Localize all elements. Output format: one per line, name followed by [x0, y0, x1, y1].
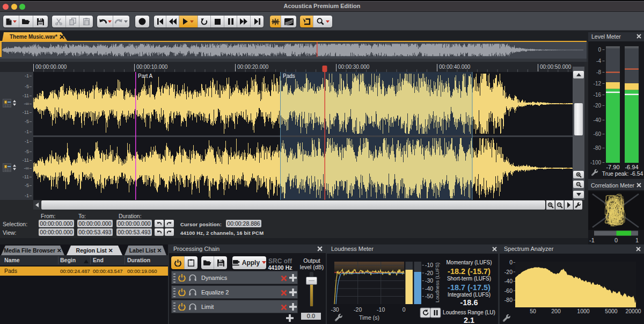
svg-text:Correlation Meter: Correlation Meter: [591, 182, 635, 189]
svg-text:-40: -40: [425, 285, 433, 292]
svg-text:0: 0: [509, 259, 513, 265]
svg-text:00:00:30.000: 00:00:30.000: [338, 64, 370, 70]
svg-text:-16: -16: [594, 92, 602, 98]
svg-text:-80: -80: [504, 297, 513, 303]
svg-text:Integrated (LUFS): Integrated (LUFS): [448, 292, 491, 298]
svg-text:20000: 20000: [625, 308, 641, 314]
svg-text:00:00:50.000: 00:00:50.000: [540, 64, 572, 70]
svg-text:-20: -20: [594, 103, 602, 109]
svg-text:Short-term (LUFS): Short-term (LUFS): [447, 276, 491, 282]
svg-text:True peak: -6.54: True peak: -6.54: [602, 170, 643, 177]
svg-text:-18.2 (-15.7): -18.2 (-15.7): [448, 267, 491, 276]
svg-text:-20: -20: [354, 306, 362, 313]
svg-text:00:00:20.000: 00:00:20.000: [237, 64, 269, 70]
svg-text:-50: -50: [425, 293, 433, 299]
svg-text:-60: -60: [594, 131, 602, 137]
svg-text:0: 0: [614, 237, 618, 243]
svg-text:1000: 1000: [577, 308, 590, 314]
svg-text:00:00:10.000: 00:00:10.000: [136, 64, 168, 70]
svg-text:-7.90: -7.90: [606, 164, 619, 170]
svg-text:-20: -20: [504, 269, 513, 275]
svg-text:Momentary (LUFS): Momentary (LUFS): [446, 260, 492, 265]
svg-text:-40: -40: [504, 278, 513, 284]
svg-text:0: 0: [598, 47, 601, 53]
svg-text:-10: -10: [425, 262, 433, 268]
svg-text:-6.94: -6.94: [625, 164, 638, 170]
svg-text:5000: 5000: [605, 308, 618, 314]
svg-text:-20: -20: [425, 270, 433, 276]
svg-text:-18.6: -18.6: [460, 298, 478, 307]
svg-text:200: 200: [551, 308, 561, 314]
svg-text:-1: -1: [589, 237, 595, 243]
svg-text:-12: -12: [594, 81, 602, 87]
svg-text:-100: -100: [590, 160, 601, 165]
svg-text:Loudness Meter: Loudness Meter: [331, 246, 374, 252]
svg-text:-80: -80: [594, 145, 602, 151]
svg-text:0: 0: [402, 306, 406, 313]
svg-text:Time (s): Time (s): [359, 314, 379, 321]
svg-text:00:00:00.000: 00:00:00.000: [35, 64, 67, 70]
svg-text:Loudness (LUFS): Loudness (LUFS): [434, 263, 440, 303]
svg-text:-30: -30: [331, 306, 339, 313]
svg-text:-18.7 (-17.5): -18.7 (-17.5): [448, 283, 491, 292]
svg-text:Part A: Part A: [138, 73, 153, 79]
svg-text:-10: -10: [377, 306, 385, 313]
svg-text:-60: -60: [504, 287, 513, 294]
svg-text:50: 50: [530, 308, 536, 314]
svg-text:Loudness Range (LU): Loudness Range (LU): [443, 309, 495, 315]
svg-text:-8: -8: [596, 69, 601, 75]
svg-text:2.1: 2.1: [464, 316, 474, 324]
svg-text:00:00:40.000: 00:00:40.000: [439, 64, 471, 70]
svg-text:Pads: Pads: [283, 73, 295, 79]
svg-text:-30: -30: [425, 277, 433, 284]
svg-text:Level Meter: Level Meter: [591, 33, 621, 40]
svg-text:Spectrum Analyzer: Spectrum Analyzer: [504, 246, 554, 252]
svg-text:-4: -4: [596, 58, 601, 64]
svg-text:1: 1: [635, 237, 639, 243]
svg-text:-40: -40: [594, 117, 602, 123]
